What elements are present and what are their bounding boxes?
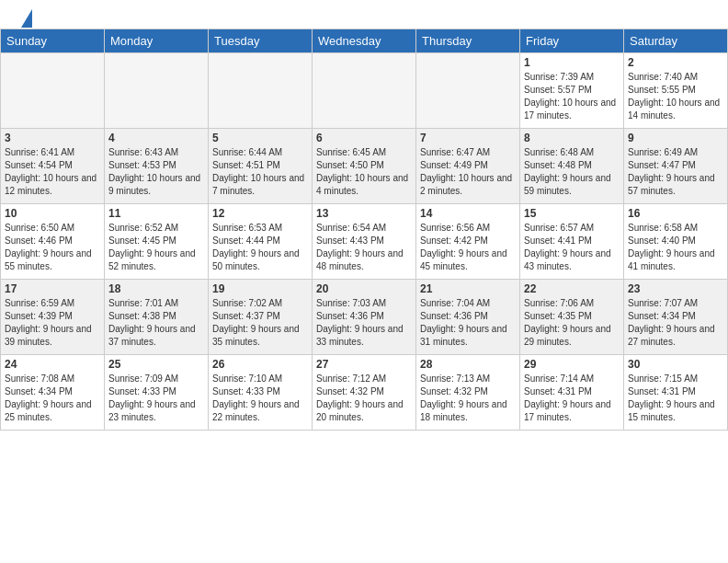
calendar-cell: 9Sunrise: 6:49 AMSunset: 4:47 PMDaylight… xyxy=(624,129,728,204)
calendar-cell xyxy=(105,53,209,129)
day-info: Sunrise: 6:56 AMSunset: 4:42 PMDaylight:… xyxy=(420,222,516,273)
calendar-cell: 18Sunrise: 7:01 AMSunset: 4:38 PMDayligh… xyxy=(105,280,209,355)
day-info: Sunrise: 6:48 AMSunset: 4:48 PMDaylight:… xyxy=(524,146,620,198)
day-number: 1 xyxy=(524,56,620,69)
calendar-cell: 21Sunrise: 7:04 AMSunset: 4:36 PMDayligh… xyxy=(416,280,520,355)
day-info: Sunrise: 7:15 AMSunset: 4:31 PMDaylight:… xyxy=(628,373,723,424)
day-info: Sunrise: 7:09 AMSunset: 4:33 PMDaylight:… xyxy=(108,373,204,424)
day-number: 3 xyxy=(5,132,100,144)
calendar-table: SundayMondayTuesdayWednesdayThursdayFrid… xyxy=(0,29,728,431)
calendar-cell: 30Sunrise: 7:15 AMSunset: 4:31 PMDayligh… xyxy=(624,355,728,431)
calendar-cell: 10Sunrise: 6:50 AMSunset: 4:46 PMDayligh… xyxy=(1,204,105,280)
day-number: 22 xyxy=(524,282,620,295)
day-info: Sunrise: 6:50 AMSunset: 4:46 PMDaylight:… xyxy=(5,222,100,273)
day-info: Sunrise: 6:43 AMSunset: 4:53 PMDaylight:… xyxy=(108,146,204,198)
day-number: 10 xyxy=(5,207,100,220)
day-number: 4 xyxy=(108,132,204,144)
day-number: 27 xyxy=(316,358,412,371)
day-number: 12 xyxy=(212,207,308,220)
day-info: Sunrise: 6:44 AMSunset: 4:51 PMDaylight:… xyxy=(212,146,308,198)
calendar-cell: 29Sunrise: 7:14 AMSunset: 4:31 PMDayligh… xyxy=(520,355,624,431)
column-header-friday: Friday xyxy=(520,29,624,53)
calendar-cell: 27Sunrise: 7:12 AMSunset: 4:32 PMDayligh… xyxy=(313,355,416,431)
calendar-cell: 11Sunrise: 6:52 AMSunset: 4:45 PMDayligh… xyxy=(105,204,209,280)
calendar-cell: 6Sunrise: 6:45 AMSunset: 4:50 PMDaylight… xyxy=(313,129,416,204)
calendar-cell xyxy=(1,53,105,129)
day-number: 18 xyxy=(108,282,204,295)
day-number: 29 xyxy=(524,358,620,371)
day-number: 16 xyxy=(628,207,723,220)
day-info: Sunrise: 7:13 AMSunset: 4:32 PMDaylight:… xyxy=(420,373,516,424)
day-info: Sunrise: 7:02 AMSunset: 4:37 PMDaylight:… xyxy=(212,297,308,349)
day-info: Sunrise: 7:04 AMSunset: 4:36 PMDaylight:… xyxy=(420,297,516,349)
column-header-thursday: Thursday xyxy=(416,29,520,53)
day-info: Sunrise: 7:01 AMSunset: 4:38 PMDaylight:… xyxy=(108,297,204,349)
column-header-monday: Monday xyxy=(105,29,209,53)
day-info: Sunrise: 6:47 AMSunset: 4:49 PMDaylight:… xyxy=(420,146,516,198)
calendar-cell: 28Sunrise: 7:13 AMSunset: 4:32 PMDayligh… xyxy=(416,355,520,431)
day-number: 8 xyxy=(524,132,620,144)
calendar-cell: 23Sunrise: 7:07 AMSunset: 4:34 PMDayligh… xyxy=(624,280,728,355)
calendar-cell: 26Sunrise: 7:10 AMSunset: 4:33 PMDayligh… xyxy=(209,355,313,431)
day-info: Sunrise: 6:54 AMSunset: 4:43 PMDaylight:… xyxy=(316,222,412,273)
column-header-wednesday: Wednesday xyxy=(313,29,416,53)
day-info: Sunrise: 6:45 AMSunset: 4:50 PMDaylight:… xyxy=(316,146,412,198)
day-number: 19 xyxy=(212,282,308,295)
day-number: 5 xyxy=(212,132,308,144)
calendar-cell: 14Sunrise: 6:56 AMSunset: 4:42 PMDayligh… xyxy=(416,204,520,280)
calendar-cell xyxy=(416,53,520,129)
day-info: Sunrise: 7:03 AMSunset: 4:36 PMDaylight:… xyxy=(316,297,412,349)
calendar-cell xyxy=(313,53,416,129)
calendar-cell: 12Sunrise: 6:53 AMSunset: 4:44 PMDayligh… xyxy=(209,204,313,280)
page-header xyxy=(0,0,728,29)
calendar-cell: 24Sunrise: 7:08 AMSunset: 4:34 PMDayligh… xyxy=(1,355,105,431)
day-number: 7 xyxy=(420,132,516,144)
day-info: Sunrise: 6:52 AMSunset: 4:45 PMDaylight:… xyxy=(108,222,204,273)
day-info: Sunrise: 6:41 AMSunset: 4:54 PMDaylight:… xyxy=(5,146,100,198)
calendar-cell: 3Sunrise: 6:41 AMSunset: 4:54 PMDaylight… xyxy=(1,129,105,204)
calendar-cell: 5Sunrise: 6:44 AMSunset: 4:51 PMDaylight… xyxy=(209,129,313,204)
day-info: Sunrise: 6:57 AMSunset: 4:41 PMDaylight:… xyxy=(524,222,620,273)
day-info: Sunrise: 7:40 AMSunset: 5:55 PMDaylight:… xyxy=(628,71,723,122)
logo-icon xyxy=(21,9,32,28)
column-header-tuesday: Tuesday xyxy=(209,29,313,53)
day-info: Sunrise: 6:53 AMSunset: 4:44 PMDaylight:… xyxy=(212,222,308,273)
day-number: 13 xyxy=(316,207,412,220)
day-info: Sunrise: 6:59 AMSunset: 4:39 PMDaylight:… xyxy=(5,297,100,349)
calendar-cell: 25Sunrise: 7:09 AMSunset: 4:33 PMDayligh… xyxy=(105,355,209,431)
day-info: Sunrise: 7:07 AMSunset: 4:34 PMDaylight:… xyxy=(628,297,723,349)
calendar-cell: 15Sunrise: 6:57 AMSunset: 4:41 PMDayligh… xyxy=(520,204,624,280)
day-number: 30 xyxy=(628,358,723,371)
calendar-cell: 16Sunrise: 6:58 AMSunset: 4:40 PMDayligh… xyxy=(624,204,728,280)
calendar-cell: 19Sunrise: 7:02 AMSunset: 4:37 PMDayligh… xyxy=(209,280,313,355)
day-number: 28 xyxy=(420,358,516,371)
calendar-cell: 22Sunrise: 7:06 AMSunset: 4:35 PMDayligh… xyxy=(520,280,624,355)
day-number: 17 xyxy=(5,282,100,295)
day-info: Sunrise: 7:06 AMSunset: 4:35 PMDaylight:… xyxy=(524,297,620,349)
day-info: Sunrise: 7:14 AMSunset: 4:31 PMDaylight:… xyxy=(524,373,620,424)
calendar-cell: 1Sunrise: 7:39 AMSunset: 5:57 PMDaylight… xyxy=(520,53,624,129)
calendar-cell: 4Sunrise: 6:43 AMSunset: 4:53 PMDaylight… xyxy=(105,129,209,204)
day-info: Sunrise: 7:12 AMSunset: 4:32 PMDaylight:… xyxy=(316,373,412,424)
day-number: 15 xyxy=(524,207,620,220)
calendar-cell: 20Sunrise: 7:03 AMSunset: 4:36 PMDayligh… xyxy=(313,280,416,355)
day-number: 11 xyxy=(108,207,204,220)
calendar-cell xyxy=(209,53,313,129)
calendar-cell: 2Sunrise: 7:40 AMSunset: 5:55 PMDaylight… xyxy=(624,53,728,129)
day-number: 23 xyxy=(628,282,723,295)
day-info: Sunrise: 6:49 AMSunset: 4:47 PMDaylight:… xyxy=(628,146,723,198)
day-number: 14 xyxy=(420,207,516,220)
column-header-saturday: Saturday xyxy=(624,29,728,53)
day-number: 6 xyxy=(316,132,412,144)
day-number: 21 xyxy=(420,282,516,295)
day-info: Sunrise: 7:10 AMSunset: 4:33 PMDaylight:… xyxy=(212,373,308,424)
day-number: 24 xyxy=(5,358,100,371)
day-number: 9 xyxy=(628,132,723,144)
logo xyxy=(18,9,32,24)
column-header-sunday: Sunday xyxy=(1,29,105,53)
calendar-cell: 17Sunrise: 6:59 AMSunset: 4:39 PMDayligh… xyxy=(1,280,105,355)
day-info: Sunrise: 7:39 AMSunset: 5:57 PMDaylight:… xyxy=(524,71,620,122)
day-info: Sunrise: 7:08 AMSunset: 4:34 PMDaylight:… xyxy=(5,373,100,424)
day-number: 20 xyxy=(316,282,412,295)
day-number: 26 xyxy=(212,358,308,371)
